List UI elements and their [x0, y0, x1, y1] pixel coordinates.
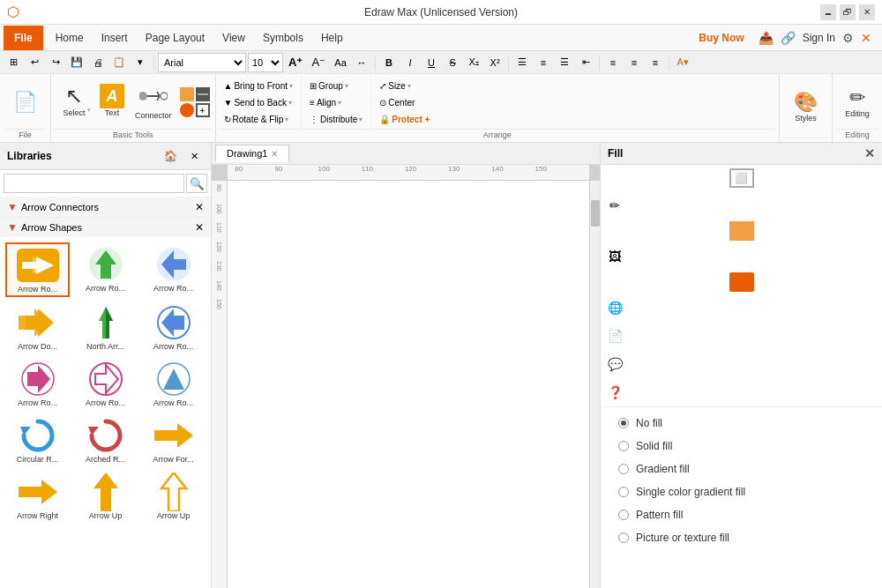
center-btn[interactable]: ⊙ Center [375, 94, 434, 110]
arrow-connectors-header[interactable]: ▼ Arrow Connectors ✕ [0, 197, 211, 217]
italic-btn[interactable]: I [400, 53, 420, 72]
bring-to-front-btn[interactable]: ▲ Bring to Front ▾ [220, 78, 298, 93]
font-color-btn[interactable]: A▾ [673, 53, 692, 72]
canvas-content[interactable]: 80 90 100 110 120 130 140 150 90 100 110… [212, 165, 600, 588]
copy-btn[interactable]: 📋 [109, 53, 129, 72]
font-case-btn[interactable]: Aa [331, 53, 350, 72]
text-tool-btn[interactable]: A Text [95, 76, 129, 125]
bold-btn[interactable]: B [379, 53, 399, 72]
fill-tool-orange[interactable] [729, 272, 754, 292]
redo-btn[interactable]: ↪ [46, 53, 65, 72]
file-section-btn[interactable]: 📄 [9, 78, 41, 127]
lib-item-circular[interactable]: Circular R... [5, 413, 70, 466]
connectors-close-icon[interactable]: ✕ [195, 201, 204, 213]
gradient-fill-radio[interactable] [618, 464, 629, 474]
symbols-menu[interactable]: Symbols [254, 26, 312, 50]
canvas-drawing-area[interactable] [228, 181, 589, 588]
group-btn[interactable]: ⊞ Group ▾ [305, 78, 367, 93]
select-tool-btn[interactable]: ↖ Select ▾ [55, 76, 93, 125]
lib-item-arrow-right[interactable]: Arrow Right [5, 470, 70, 523]
font-spacing-btn[interactable]: ↔ [352, 53, 371, 72]
lib-item-left-arrow[interactable]: Arrow Ro... [141, 242, 206, 297]
drawing1-close[interactable]: ✕ [271, 149, 278, 159]
protect-btn[interactable]: 🔒 Protect + [375, 111, 434, 127]
fill-tool-help[interactable]: ❓ [601, 378, 629, 406]
vertical-scrollbar[interactable] [589, 181, 600, 588]
picture-fill-option[interactable]: Picture or texture fill [615, 529, 868, 547]
lib-item-arched[interactable]: Arched R... [73, 413, 138, 466]
strikethrough-btn[interactable]: S [443, 53, 462, 72]
arrow-shapes-header[interactable]: ▼ Arrow Shapes ✕ [0, 218, 211, 237]
editing-btn[interactable]: ✏ Editing [841, 78, 874, 127]
lib-item-pink-right[interactable]: Arrow Ro... [73, 357, 138, 410]
drawing1-tab[interactable]: Drawing1 ✕ [215, 145, 289, 162]
minimize-button[interactable]: 🗕 [820, 4, 836, 20]
fill-tool-image[interactable]: 🖼 [601, 242, 629, 271]
lib-item-north-arrow[interactable]: North Arr... [73, 301, 138, 354]
fill-tool-color-swatch[interactable] [729, 221, 754, 241]
file-menu-button[interactable]: File [4, 26, 43, 50]
close-button[interactable]: ✕ [859, 4, 875, 20]
font-grow-btn[interactable]: A⁺ [285, 53, 306, 72]
send-to-back-btn[interactable]: ▼ Send to Back ▾ [220, 94, 298, 110]
arrow-shapes-grid-scroll[interactable]: Arrow Ro... Arrow Ro... [0, 237, 211, 588]
lib-item-double-right[interactable]: Arrow Ro... [5, 242, 70, 297]
libraries-close-btn[interactable]: ✕ [184, 146, 204, 166]
shape-connector-icon[interactable] [196, 87, 210, 101]
align-center-btn[interactable]: ≡ [624, 53, 644, 72]
sign-in-button[interactable]: Sign In [803, 32, 835, 44]
font-shrink-btn[interactable]: A⁻ [308, 53, 329, 72]
no-fill-option[interactable]: No fill [615, 414, 868, 432]
shape-plus[interactable]: + [196, 103, 210, 117]
home-menu[interactable]: Home [47, 26, 93, 50]
align-right-btn[interactable]: ≡ [646, 53, 665, 72]
align-left-btn[interactable]: ≡ [603, 53, 623, 72]
save-btn[interactable]: 💾 [67, 53, 86, 72]
fill-tool-doc[interactable]: 📄 [601, 322, 629, 350]
single-gradient-option[interactable]: Single color gradient fill [615, 483, 868, 501]
buy-now-button[interactable]: Buy Now [699, 32, 744, 44]
font-size-select[interactable]: 10 [248, 53, 283, 72]
undo-btn[interactable]: ↩ [25, 53, 44, 72]
settings-icon[interactable]: ⚙ [842, 31, 854, 45]
solid-fill-radio[interactable] [618, 441, 629, 451]
v-scroll-thumb[interactable] [591, 200, 600, 227]
para-spacing-btn[interactable]: ☰ [512, 53, 532, 72]
lib-item-forward[interactable]: Arrow For... [141, 413, 206, 466]
font-name-select[interactable]: Arial [158, 53, 246, 72]
fill-tool-chat[interactable]: 💬 [601, 350, 629, 378]
no-fill-radio[interactable] [618, 418, 629, 428]
underline-btn[interactable]: U [422, 53, 441, 72]
lib-item-up-arrow[interactable]: Arrow Ro... [73, 242, 138, 297]
fill-panel-close-btn[interactable]: ✕ [864, 146, 875, 160]
libraries-search-input[interactable] [4, 174, 184, 193]
print-btn[interactable]: 🖨 [88, 53, 108, 72]
numbered-btn[interactable]: ☰ [555, 53, 574, 72]
subscript-btn[interactable]: X₂ [464, 53, 483, 72]
pattern-fill-radio[interactable] [618, 510, 629, 520]
shape-circle[interactable] [180, 103, 194, 117]
lib-item-circle-right[interactable]: Arrow Ro... [5, 357, 70, 410]
superscript-btn[interactable]: X² [485, 53, 505, 72]
libraries-home-btn[interactable]: 🏠 [161, 146, 181, 166]
view-menu[interactable]: View [213, 26, 254, 50]
fill-tool-outline[interactable]: ⬜ [729, 168, 754, 188]
insert-menu[interactable]: Insert [93, 26, 137, 50]
lib-item-double-right2[interactable]: Arrow Do... [5, 301, 70, 354]
lib-item-circle-left[interactable]: Arrow Ro... [141, 301, 206, 354]
fill-tool-globe[interactable]: 🌐 [601, 294, 629, 322]
connector-tool-btn[interactable]: Connector [131, 76, 176, 125]
lib-item-tri-up-circle[interactable]: Arrow Ro... [141, 357, 206, 410]
decrease-indent-btn[interactable]: ⇤ [576, 53, 595, 72]
align-btn[interactable]: ≡ Align ▾ [305, 94, 367, 110]
maximize-button[interactable]: 🗗 [840, 4, 856, 20]
single-gradient-radio[interactable] [618, 487, 629, 497]
help-menu[interactable]: Help [312, 26, 352, 50]
size-btn[interactable]: ⤢ Size ▾ [375, 78, 434, 93]
shapes-close-icon[interactable]: ✕ [195, 221, 204, 234]
picture-fill-radio[interactable] [618, 532, 629, 543]
lib-item-arrow-up[interactable]: Arrow Up [73, 470, 138, 523]
pattern-fill-option[interactable]: Pattern fill [615, 506, 868, 524]
gradient-fill-option[interactable]: Gradient fill [615, 460, 868, 478]
fill-tool-pencil[interactable]: ✏ [601, 191, 629, 220]
